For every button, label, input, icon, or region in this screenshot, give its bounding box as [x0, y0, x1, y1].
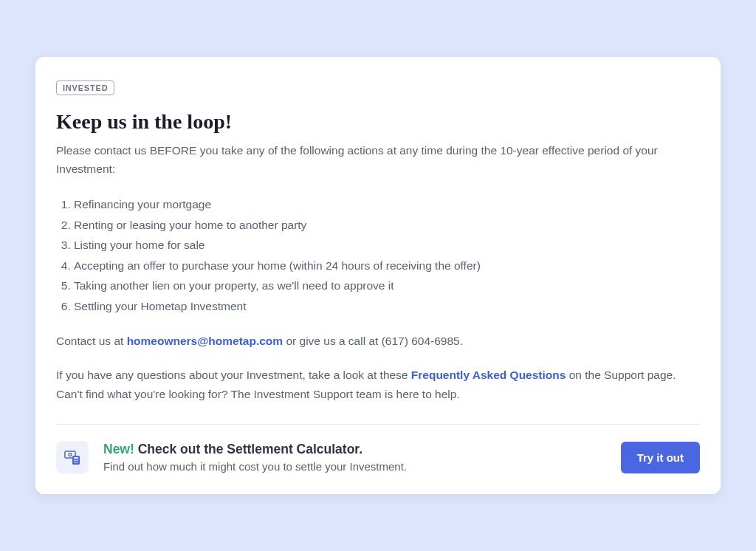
- svg-point-8: [75, 462, 77, 463]
- contact-paragraph: Contact us at homeowners@hometap.com or …: [56, 332, 700, 351]
- calculator-icon: [56, 441, 89, 473]
- contact-email-link[interactable]: homeowners@hometap.com: [127, 335, 283, 347]
- list-item: Taking another lien on your property, as…: [74, 276, 700, 295]
- new-label: New!: [103, 442, 134, 456]
- contact-prefix: Contact us at: [56, 335, 127, 347]
- svg-point-9: [78, 462, 79, 463]
- svg-point-7: [74, 462, 75, 463]
- status-badge: INVESTED: [56, 81, 114, 95]
- try-it-out-button[interactable]: Try it out: [621, 442, 700, 473]
- promo-subtitle: Find out how much it might cost you to s…: [103, 460, 606, 473]
- svg-point-5: [75, 459, 77, 461]
- list-item: Renting or leasing your home to another …: [74, 216, 700, 235]
- intro-paragraph: Please contact us BEFORE you take any of…: [56, 141, 700, 179]
- svg-point-6: [78, 459, 79, 461]
- faq-paragraph: If you have any questions about your Inv…: [56, 366, 700, 403]
- list-item: Accepting an offer to purchase your home…: [74, 256, 700, 276]
- promo-title-text: Check out the Settlement Calculator.: [134, 442, 362, 456]
- money-calculator-icon: [63, 448, 81, 466]
- promo-content: New! Check out the Settlement Calculator…: [103, 442, 606, 473]
- contact-suffix: or give us a call at (617) 604-6985.: [283, 335, 463, 347]
- actions-list: Refinancing your mortgage Renting or lea…: [56, 195, 700, 315]
- list-item: Settling your Hometap Investment: [74, 297, 700, 316]
- faq-prefix: If you have any questions about your Inv…: [56, 369, 411, 381]
- divider: [56, 424, 700, 425]
- faq-link[interactable]: Frequently Asked Questions: [411, 369, 566, 381]
- page-heading: Keep us in the loop!: [56, 110, 700, 134]
- svg-point-4: [74, 459, 75, 461]
- promo-title: New! Check out the Settlement Calculator…: [103, 442, 606, 457]
- list-item: Listing your home for sale: [74, 236, 700, 255]
- svg-rect-3: [74, 457, 78, 459]
- info-card: INVESTED Keep us in the loop! Please con…: [35, 57, 721, 494]
- list-item: Refinancing your mortgage: [74, 195, 700, 214]
- promo-bar: New! Check out the Settlement Calculator…: [56, 441, 700, 473]
